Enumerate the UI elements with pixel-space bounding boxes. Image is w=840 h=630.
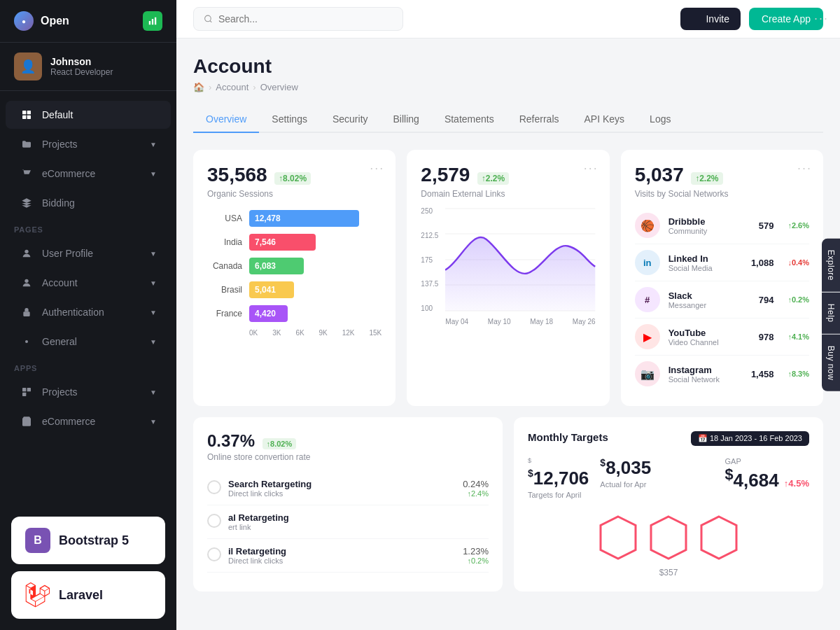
hex-shape-2 xyxy=(648,513,690,562)
sidebar-item-user-profile[interactable]: User Profile ▼ xyxy=(6,239,171,267)
line-chart: 250 212.5 175 137.5 100 xyxy=(421,207,595,326)
sidebar-item-label: Bidding xyxy=(42,197,75,209)
page-title: Account xyxy=(193,55,823,78)
sidebar-item-label: User Profile xyxy=(42,248,93,259)
apps-section-label: APPS xyxy=(0,357,176,377)
breadcrumb-account[interactable]: Account xyxy=(216,82,248,92)
explore-tab[interactable]: Explore xyxy=(822,239,840,292)
bar-canada: 6,083 xyxy=(249,258,304,274)
user-card: 👤 Johnson React Developer xyxy=(0,43,176,91)
laravel-icon xyxy=(25,582,50,608)
sidebar-item-ecommerce[interactable]: eCommerce ▼ xyxy=(6,160,171,188)
social-item-linkedin: in Linked In Social Media 1,088 ↓0.4% xyxy=(635,244,809,281)
svg-rect-5 xyxy=(22,115,26,119)
stat-card-sessions: ··· 35,568 ↑8.02% Organic Sessions USA 1… xyxy=(193,150,396,406)
main-area: Invite Create App Account 🏠 › Account › … xyxy=(176,0,840,630)
shop-icon xyxy=(20,167,34,181)
bidding-icon xyxy=(20,196,34,210)
page-content: Account 🏠 › Account › Overview Overview … xyxy=(176,38,840,630)
sidebar-item-projects[interactable]: Projects ▼ xyxy=(6,130,171,158)
targets-amounts: $ $12,706 Targets for April $8,035 Actua… xyxy=(528,457,809,499)
tab-api-keys[interactable]: API Keys xyxy=(572,106,638,133)
breadcrumb: 🏠 › Account › Overview xyxy=(193,82,823,92)
sidebar-item-ecommerce-app[interactable]: eCommerce ▼ xyxy=(6,407,171,435)
account-icon xyxy=(20,276,34,290)
stat-value: 5,037 ↑2.2% xyxy=(635,164,809,186)
tab-billing[interactable]: Billing xyxy=(381,106,432,133)
folder-icon xyxy=(20,137,34,151)
retarget-list: Search Retargeting Direct link clicks 0.… xyxy=(207,472,489,573)
social-list: 🏀 Dribbble Community 579 ↑2.6% in Linked… xyxy=(635,207,809,392)
tab-referrals[interactable]: Referrals xyxy=(507,106,572,133)
youtube-icon: ▶ xyxy=(635,324,660,349)
hex-decoration xyxy=(528,513,809,562)
chevron-down-icon: ▼ xyxy=(150,309,157,316)
conversion-card: ··· 0.37% ↑8.02% Online store convertion… xyxy=(193,417,503,592)
search-icon xyxy=(204,14,213,24)
chevron-down-icon: ▼ xyxy=(150,141,157,148)
logo-icon: ● xyxy=(14,11,34,31)
create-app-button[interactable]: Create App xyxy=(749,8,823,30)
search-input[interactable] xyxy=(218,13,393,24)
conv-label: Online store convertion rate xyxy=(207,452,489,462)
tab-overview[interactable]: Overview xyxy=(193,106,259,133)
buy-now-tab[interactable]: Buy now xyxy=(822,335,840,392)
bar-row: India 7,546 xyxy=(207,234,382,251)
bar-brasil: 5,041 xyxy=(249,281,294,298)
svg-rect-1 xyxy=(152,19,153,24)
sidebar-item-general[interactable]: General ▼ xyxy=(6,328,171,356)
stat-more[interactable]: ··· xyxy=(797,161,812,176)
chevron-down-icon: ▼ xyxy=(150,170,157,178)
sidebar-item-projects-app[interactable]: Projects ▼ xyxy=(6,378,171,406)
sidebar-item-account[interactable]: Account ▼ xyxy=(6,269,171,297)
grid-icon xyxy=(20,108,34,122)
stat-label: Visits by Social Networks xyxy=(635,189,809,199)
retarget-item: al Retargeting ert link xyxy=(207,505,489,539)
stat-label: Domain External Links xyxy=(421,189,595,199)
tab-logs[interactable]: Logs xyxy=(637,106,683,133)
chevron-down-icon: ▼ xyxy=(150,338,157,346)
sidebar-nav: Default Projects ▼ eCommerce ▼ Bidding P… xyxy=(0,91,176,505)
stat-badge: ↑8.02% xyxy=(274,172,311,185)
general-icon xyxy=(20,335,34,349)
svg-marker-21 xyxy=(651,517,686,559)
chevron-down-icon: ▼ xyxy=(150,418,157,426)
retarget-item: Search Retargeting Direct link clicks 0.… xyxy=(207,472,489,505)
svg-marker-22 xyxy=(701,517,736,559)
bar-chart: USA 12,478 India 7,546 Canada xyxy=(207,210,382,337)
social-item-youtube: ▶ YouTube Video Channel 978 ↑4.1% xyxy=(635,318,809,356)
svg-point-7 xyxy=(24,250,28,253)
svg-rect-13 xyxy=(22,393,26,396)
stat-card-external-links: ··· 2,579 ↑2.2% Domain External Links 25… xyxy=(407,150,609,406)
stat-card-social: ··· 5,037 ↑2.2% Visits by Social Network… xyxy=(621,150,823,406)
sidebar-item-authentication[interactable]: Authentication ▼ xyxy=(6,298,171,326)
chevron-down-icon: ▼ xyxy=(150,250,157,258)
chart-icon-btn[interactable] xyxy=(143,11,162,31)
bar-india: 7,546 xyxy=(249,234,316,251)
projects-app-icon xyxy=(20,385,34,399)
user-role: React Developer xyxy=(50,67,113,77)
stat-more[interactable]: ··· xyxy=(584,161,598,176)
help-tab[interactable]: Help xyxy=(822,293,840,334)
svg-rect-0 xyxy=(149,21,150,24)
sidebar-item-bidding[interactable]: Bidding xyxy=(6,189,171,217)
search-box[interactable] xyxy=(193,7,403,31)
bar-row: France 4,420 xyxy=(207,305,382,322)
targets-card: Monthly Targets 📅 18 Jan 2023 - 16 Feb 2… xyxy=(514,417,823,592)
social-item-dribbble: 🏀 Dribbble Community 579 ↑2.6% xyxy=(635,207,809,244)
slack-icon: # xyxy=(635,287,660,312)
tab-security[interactable]: Security xyxy=(320,106,381,133)
stat-more[interactable]: ··· xyxy=(370,161,384,176)
tab-statements[interactable]: Statements xyxy=(432,106,507,133)
svg-point-14 xyxy=(205,15,211,22)
stats-row: ··· 35,568 ↑8.02% Organic Sessions USA 1… xyxy=(193,150,823,406)
svg-rect-12 xyxy=(27,388,31,391)
linkedin-icon: in xyxy=(635,250,660,275)
invite-button[interactable]: Invite xyxy=(680,8,740,30)
hex-shape-1 xyxy=(597,513,639,562)
topbar: Invite Create App xyxy=(176,0,840,38)
bootstrap-card: B Bootstrap 5 xyxy=(11,517,165,564)
tab-settings[interactable]: Settings xyxy=(259,106,320,133)
bar-row: Canada 6,083 xyxy=(207,258,382,274)
sidebar-item-default[interactable]: Default xyxy=(6,101,171,129)
